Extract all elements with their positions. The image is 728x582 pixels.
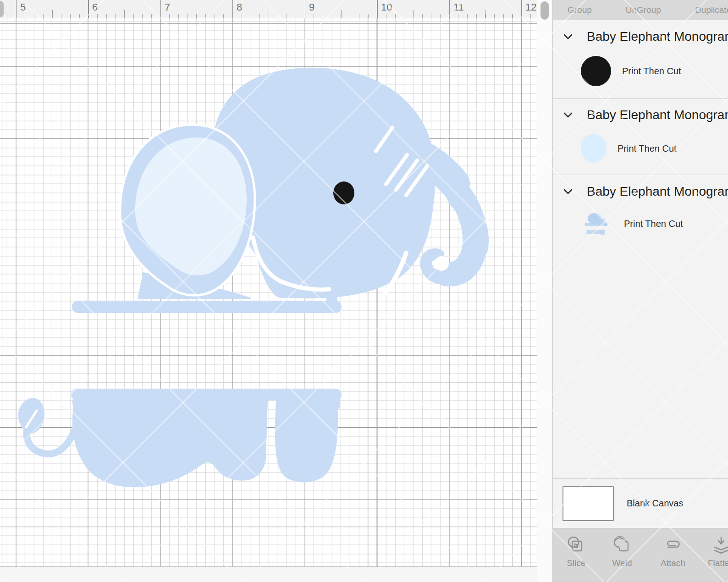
layer-group-header[interactable]: Baby Elephant Monogram — [553, 175, 728, 204]
canvas-scrollbar[interactable] — [537, 0, 552, 582]
elephant-monogram-artwork[interactable] — [0, 0, 537, 582]
attach-icon — [662, 535, 684, 556]
layer-thumbnail-black-circle[interactable] — [581, 56, 611, 86]
elephant-eye[interactable] — [333, 181, 354, 204]
attach-button[interactable]: Attach — [653, 535, 693, 568]
flatten-icon — [711, 535, 728, 556]
elephant-front-leg[interactable] — [275, 401, 338, 483]
layer-group-title: Baby Elephant Monogram — [587, 108, 728, 122]
layer-group-title: Baby Elephant Monogram — [587, 184, 728, 199]
layers-toolbar: Group UnGroup Duplicate — [553, 0, 728, 20]
design-canvas[interactable]: 5 6 7 8 9 10 11 12 — [0, 0, 537, 582]
ruler-number: 10 — [381, 1, 392, 13]
layers-panel: Group UnGroup Duplicate Baby Elephant Mo… — [552, 0, 728, 582]
group-button[interactable]: Group — [568, 5, 592, 15]
layer-row[interactable]: Print Then Cut — [553, 204, 728, 248]
head-split-bar[interactable] — [72, 301, 342, 313]
layer-actions-toolbar: Slice Weld Attach — [553, 528, 728, 582]
blank-canvas-thumbnail[interactable] — [563, 486, 614, 521]
ruler-number: 9 — [309, 1, 314, 13]
flatten-button[interactable]: Flatten — [701, 535, 728, 568]
ruler-number: 12 — [525, 1, 536, 13]
chevron-down-icon[interactable] — [563, 112, 573, 118]
panel-empty-space — [553, 248, 728, 478]
layers-list: Baby Elephant Monogram Print Then Cut Ba… — [553, 20, 728, 528]
blank-canvas-label: Blank Canvas — [627, 498, 683, 509]
slice-icon — [566, 535, 587, 556]
layer-group-header[interactable]: Baby Elephant Monogram — [553, 99, 728, 128]
design-app-window: 5 6 7 8 9 10 11 12 — [0, 0, 728, 582]
ruler-number: 8 — [237, 1, 242, 13]
layer-group-title: Baby Elephant Monogram — [587, 29, 728, 44]
slice-button[interactable]: Slice — [557, 535, 596, 568]
layer-row[interactable]: Print Then Cut — [553, 49, 728, 98]
weld-icon — [612, 535, 633, 556]
trunk-curl-hole — [434, 256, 449, 271]
chevron-down-icon[interactable] — [563, 34, 573, 40]
chevron-down-icon[interactable] — [563, 189, 573, 195]
scrollbar-corner-pill — [0, 1, 4, 17]
layer-type-label: Print Then Cut — [618, 143, 677, 154]
layer-group-header[interactable]: Baby Elephant Monogram — [553, 20, 728, 49]
ruler-number: 5 — [20, 1, 26, 13]
layer-group: Baby Elephant Monogram Print Then Cut — [553, 20, 728, 99]
layer-group: Baby Elephant Monogram Print Then Cut — [553, 99, 728, 175]
tail-tip-leaf[interactable] — [18, 398, 44, 434]
scrollbar-thumb[interactable] — [540, 1, 549, 20]
layer-row[interactable]: Print Then Cut — [553, 128, 728, 175]
layer-type-label: Print Then Cut — [622, 66, 681, 77]
ruler-number: 6 — [92, 1, 98, 13]
ruler-number: 7 — [165, 1, 170, 13]
elephant-body[interactable] — [72, 401, 268, 487]
layer-type-label: Print Then Cut — [624, 219, 683, 229]
duplicate-button[interactable]: Duplicate — [695, 5, 728, 15]
weld-button[interactable]: Weld — [602, 535, 642, 568]
horizontal-ruler: 5 6 7 8 9 10 11 12 — [0, 0, 537, 18]
ungroup-button[interactable]: UnGroup — [626, 5, 661, 15]
blank-canvas-row[interactable]: Blank Canvas — [553, 478, 728, 528]
layer-thumbnail-mini-elephant[interactable] — [581, 211, 613, 236]
layer-group: Baby Elephant Monogram Print Then — [553, 175, 728, 248]
ruler-number: 11 — [453, 1, 464, 13]
body-split-bar[interactable] — [71, 389, 342, 401]
layer-thumbnail-blue-blob[interactable] — [581, 134, 607, 163]
